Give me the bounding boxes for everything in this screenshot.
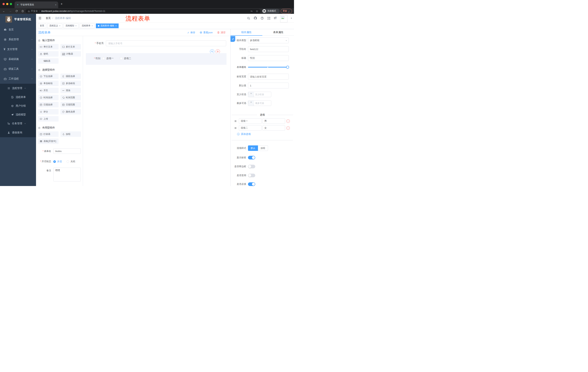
tab-close-icon[interactable]: × <box>59 25 60 27</box>
stepper-increase-button[interactable]: + <box>248 101 254 104</box>
component-time-range[interactable]: 时间范围 <box>60 95 81 100</box>
sidebar-item-user-group[interactable]: 用户分组 <box>0 102 36 110</box>
form-grid-slider[interactable] <box>248 66 289 69</box>
component-radio-group[interactable]: 单选框组 <box>38 81 59 86</box>
sidebar-item-infrastructure[interactable]: 基础设施 <box>0 54 36 64</box>
sidebar-item-system-management[interactable]: 系统管理 <box>0 35 36 44</box>
component-date-picker[interactable]: 日期选择 <box>38 102 59 107</box>
component-button[interactable]: 按钮 <box>60 131 81 137</box>
sidebar-item-workflow[interactable]: 工作流程 <box>0 74 36 84</box>
component-type-select[interactable]: 多选框组 ▾ <box>248 37 289 43</box>
browser-home-icon[interactable] <box>21 10 24 12</box>
field-name-input[interactable] <box>248 46 289 52</box>
drag-handle-icon[interactable] <box>234 120 237 122</box>
add-option-button[interactable]: + 添加选项 <box>237 132 251 136</box>
tab-component-props[interactable]: 组件属性 <box>231 29 262 35</box>
component-editor[interactable]: 编辑器 <box>38 58 59 64</box>
show-label-toggle-on[interactable] <box>248 156 255 159</box>
gender-checkbox-option2[interactable]: 选项二 <box>120 57 131 60</box>
browser-tab[interactable]: 芋道管理系统 × <box>15 1 58 8</box>
component-date-range[interactable]: 日期范围 <box>60 102 81 107</box>
slider-handle[interactable] <box>286 66 289 69</box>
component-slider[interactable]: 滑块 <box>60 88 81 93</box>
tab-close-icon[interactable]: × <box>75 25 77 27</box>
tab-close-icon[interactable]: × <box>55 3 56 6</box>
clear-button[interactable]: 清空 <box>217 31 226 34</box>
window-zoom-button[interactable] <box>10 3 12 5</box>
page-tab-home[interactable]: 首页 <box>38 23 46 28</box>
breadcrumb-home[interactable]: 首页 <box>46 17 51 20</box>
title-input[interactable] <box>248 55 289 61</box>
min-select-input[interactable] <box>254 92 265 97</box>
page-tab-process-definition[interactable]: 流程定义 × <box>47 23 63 28</box>
sidebar-logo[interactable]: 芋道管理系统 <box>0 14 36 25</box>
browser-forward-icon[interactable]: → <box>9 10 12 12</box>
status-radio-on[interactable]: 开启 <box>53 160 62 163</box>
sidebar-item-process-form[interactable]: 流程表单 <box>0 93 36 102</box>
component-multi-line-text[interactable]: 多行文本 <box>60 44 81 50</box>
option2-name-input[interactable] <box>239 125 262 131</box>
sidebar-item-leave-query[interactable]: 请假查询 <box>0 128 36 137</box>
component-single-line-text[interactable]: 单行文本 <box>38 44 59 50</box>
view-json-button[interactable]: 查看json <box>200 31 213 34</box>
address-bar[interactable]: 不安全 dashboard.yudao.iocoder.cn/bpm/manag… <box>25 9 261 13</box>
component-cascader[interactable]: 级联选择 <box>60 74 81 79</box>
label-width-input[interactable] <box>248 74 289 80</box>
max-select-input[interactable] <box>254 101 265 106</box>
sidebar-item-task-management[interactable]: 任务管理 <box>0 119 36 128</box>
component-table-dev[interactable]: 表格[开发中] <box>38 138 59 144</box>
component-row-container[interactable]: 行容器 <box>38 131 59 137</box>
default-value-input[interactable] <box>248 83 289 88</box>
browser-back-icon[interactable]: ← <box>2 10 5 12</box>
option2-value-input[interactable] <box>262 125 285 131</box>
tab-form-props[interactable]: 表单属性 <box>262 29 294 35</box>
tab-close-icon[interactable]: × <box>115 25 117 27</box>
fullscreen-icon[interactable] <box>267 17 271 20</box>
border-toggle-off[interactable] <box>248 165 255 168</box>
sidebar-item-process-management[interactable]: 流程管理 <box>0 84 36 93</box>
canvas-field-gender-selected[interactable]: *性别 选项一 选项二 <box>86 53 227 65</box>
status-radio-off[interactable]: 关闭 <box>67 160 75 163</box>
browser-reload-icon[interactable] <box>15 10 18 12</box>
form-remark-textarea[interactable]: 嘿嘿 <box>53 168 81 181</box>
window-minimize-button[interactable] <box>6 3 8 5</box>
sidebar-item-process-model[interactable]: 流程模型 <box>0 110 36 119</box>
drag-handle-icon[interactable] <box>234 127 237 129</box>
component-password[interactable]: 密码 <box>38 51 59 57</box>
component-select[interactable]: 下拉选择 <box>38 74 59 79</box>
save-button[interactable]: ✓ 保存 <box>187 31 195 34</box>
stepper-increase-button[interactable]: + <box>248 92 254 95</box>
sidebar-item-dev-tools[interactable]: 研发工具 <box>0 64 36 74</box>
sidebar-item-payment-management[interactable]: ¥ 支付管理 <box>0 44 36 54</box>
component-color-picker[interactable]: 颜色选择 <box>60 109 81 115</box>
disabled-toggle-off[interactable] <box>248 174 255 177</box>
component-time-picker[interactable]: 时间选择 <box>38 95 59 100</box>
page-tab-process-model[interactable]: 流程模型 × <box>63 23 79 28</box>
component-counter[interactable]: 123计数器 <box>60 51 81 57</box>
option1-name-input[interactable] <box>239 118 262 124</box>
search-icon[interactable] <box>247 17 250 20</box>
window-close-button[interactable] <box>2 3 5 5</box>
component-rate[interactable]: 评分 <box>38 109 59 115</box>
required-toggle-on[interactable] <box>248 182 255 186</box>
avatar-dropdown-caret-icon[interactable]: ▾ <box>291 17 292 19</box>
page-tab-process-form-edit-active[interactable]: 流程表单-编辑 × <box>96 23 119 28</box>
user-avatar[interactable] <box>280 15 287 22</box>
slider-track[interactable] <box>248 67 289 67</box>
font-size-icon[interactable]: tT <box>274 17 277 20</box>
sidebar-item-home[interactable]: 首页 <box>0 25 36 35</box>
password-key-icon[interactable] <box>250 10 253 12</box>
help-question-icon[interactable] <box>261 17 264 20</box>
phone-input[interactable] <box>106 40 226 46</box>
remove-option-button[interactable]: − <box>286 126 290 130</box>
page-tab-process-form[interactable]: 流程表单 × <box>80 23 95 28</box>
component-upload[interactable]: 上传 <box>38 116 59 122</box>
bookmark-star-icon[interactable] <box>256 10 258 12</box>
form-name-input[interactable] <box>53 148 81 154</box>
remove-option-button[interactable]: − <box>286 119 290 123</box>
form-canvas[interactable]: *手机号 *性别 选项一 选项二 <box>83 36 230 186</box>
browser-dropdown-caret-icon[interactable]: ▾ <box>288 11 289 13</box>
style-default-button[interactable]: 默认 <box>248 145 258 151</box>
component-switch[interactable]: 开关 <box>38 88 59 93</box>
github-icon[interactable] <box>254 16 257 20</box>
